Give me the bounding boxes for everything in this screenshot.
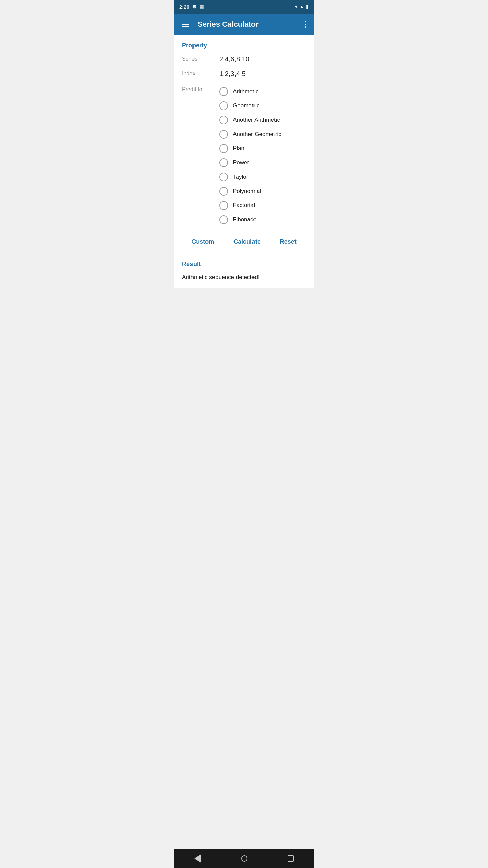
radio-item-geometric[interactable]: Geometric bbox=[219, 99, 281, 113]
radio-label-geometric: Geometric bbox=[233, 102, 259, 109]
wifi-icon: ▾ bbox=[295, 4, 297, 9]
predit-row: Predit to ArithmeticGeometricAnother Ari… bbox=[182, 84, 306, 227]
radio-label-fibonacci: Fibonacci bbox=[233, 216, 258, 223]
radio-list: ArithmeticGeometricAnother ArithmeticAno… bbox=[219, 84, 281, 227]
radio-item-arithmetic[interactable]: Arithmetic bbox=[219, 84, 281, 99]
radio-item-taylor[interactable]: Taylor bbox=[219, 170, 281, 184]
radio-circle-another-geometric bbox=[219, 130, 228, 139]
predit-label: Predit to bbox=[182, 84, 219, 93]
radio-circle-geometric bbox=[219, 101, 228, 110]
settings-icon: ⚙ bbox=[192, 4, 197, 9]
radio-circle-another-arithmetic bbox=[219, 116, 228, 124]
signal-icon: ▲ bbox=[299, 4, 304, 9]
more-button[interactable] bbox=[302, 18, 309, 31]
main-content: Property Series 2,4,6,8,10 Index 1,2,3,4… bbox=[174, 35, 314, 288]
radio-circle-arithmetic bbox=[219, 87, 228, 96]
menu-button[interactable] bbox=[179, 19, 192, 30]
result-section: Result Arithmetic sequence detected! bbox=[174, 254, 314, 288]
radio-label-factorial: Factorial bbox=[233, 202, 255, 209]
radio-label-plan: Plan bbox=[233, 145, 244, 152]
sim-icon: ▤ bbox=[199, 4, 204, 9]
radio-item-plan[interactable]: Plan bbox=[219, 141, 281, 156]
series-label: Series bbox=[182, 55, 219, 62]
radio-label-taylor: Taylor bbox=[233, 174, 248, 180]
result-title: Result bbox=[182, 261, 306, 268]
status-left: 2:20 ⚙ ▤ bbox=[179, 4, 204, 10]
radio-label-arithmetic: Arithmetic bbox=[233, 88, 259, 95]
radio-circle-power bbox=[219, 158, 228, 167]
index-row: Index 1,2,3,4,5 bbox=[182, 70, 306, 78]
radio-item-polynomial[interactable]: Polynomial bbox=[219, 184, 281, 198]
radio-circle-taylor bbox=[219, 173, 228, 181]
app-bar: Series Calculator bbox=[174, 14, 314, 35]
radio-circle-factorial bbox=[219, 201, 228, 210]
calculate-button[interactable]: Calculate bbox=[228, 236, 266, 248]
reset-button[interactable]: Reset bbox=[274, 236, 302, 248]
radio-item-another-geometric[interactable]: Another Geometric bbox=[219, 127, 281, 141]
radio-label-power: Power bbox=[233, 159, 249, 166]
radio-label-another-arithmetic: Another Arithmetic bbox=[233, 117, 280, 123]
app-title: Series Calculator bbox=[198, 20, 302, 29]
radio-circle-fibonacci bbox=[219, 215, 228, 224]
radio-label-polynomial: Polynomial bbox=[233, 188, 261, 195]
series-value: 2,4,6,8,10 bbox=[219, 55, 249, 63]
status-right: ▾ ▲ ▮ bbox=[295, 4, 309, 9]
action-row: Custom Calculate Reset bbox=[174, 230, 314, 254]
index-value: 1,2,3,4,5 bbox=[219, 70, 246, 78]
radio-label-another-geometric: Another Geometric bbox=[233, 131, 281, 138]
radio-circle-polynomial bbox=[219, 187, 228, 196]
radio-item-factorial[interactable]: Factorial bbox=[219, 198, 281, 213]
custom-button[interactable]: Custom bbox=[186, 236, 220, 248]
property-title: Property bbox=[182, 42, 306, 49]
status-bar: 2:20 ⚙ ▤ ▾ ▲ ▮ bbox=[174, 0, 314, 14]
radio-circle-plan bbox=[219, 144, 228, 153]
property-section: Property Series 2,4,6,8,10 Index 1,2,3,4… bbox=[174, 35, 314, 230]
series-row: Series 2,4,6,8,10 bbox=[182, 55, 306, 63]
radio-item-another-arithmetic[interactable]: Another Arithmetic bbox=[219, 113, 281, 127]
status-time: 2:20 bbox=[179, 4, 189, 10]
radio-item-fibonacci[interactable]: Fibonacci bbox=[219, 213, 281, 227]
radio-item-power[interactable]: Power bbox=[219, 156, 281, 170]
battery-icon: ▮ bbox=[306, 4, 309, 9]
index-label: Index bbox=[182, 70, 219, 77]
result-text: Arithmetic sequence detected! bbox=[182, 274, 306, 281]
